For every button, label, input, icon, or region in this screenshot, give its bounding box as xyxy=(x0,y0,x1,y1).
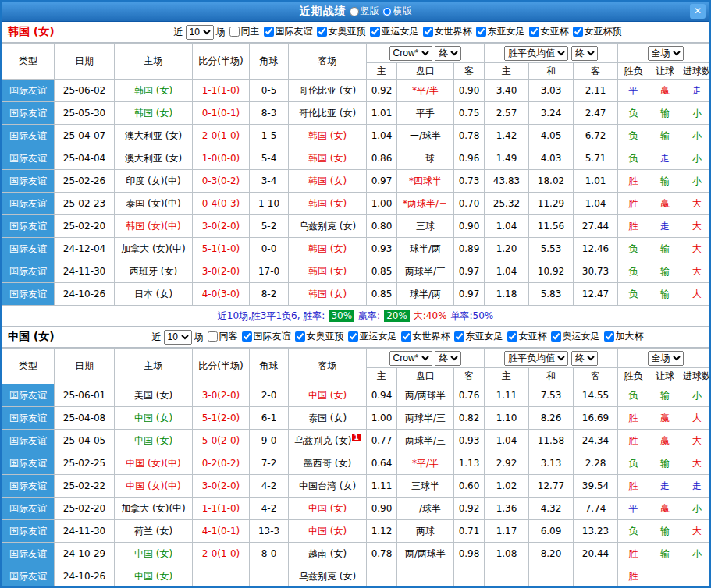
section-korea: 韩国 (女) 近 10 场 同主国际友谊女奥亚预亚运女足女世界杯东亚女足女亚杯女… xyxy=(2,22,709,327)
checkbox-input[interactable] xyxy=(242,331,252,342)
avg-home-odds-cell: 43.83 xyxy=(485,170,529,193)
avg-home-odds-cell: 1.20 xyxy=(485,238,529,260)
filter-checkbox[interactable]: 亚运女足 xyxy=(370,25,419,38)
odds-final-select[interactable]: 终 xyxy=(435,46,461,61)
home-team-cell: 韩国 (女)(中) xyxy=(115,215,193,238)
checkbox-input[interactable] xyxy=(264,27,274,37)
filter-checkbox[interactable]: 女亚杯预 xyxy=(573,25,622,38)
bookmaker-select[interactable]: Crow* xyxy=(389,351,432,366)
checkbox-input[interactable] xyxy=(348,331,358,342)
goals-result-cell: 小 xyxy=(681,125,711,147)
checkbox-label: 女亚杯 xyxy=(541,25,569,38)
odds-final-select[interactable]: 终 xyxy=(435,351,461,366)
checkbox-input[interactable] xyxy=(317,27,327,37)
score-cell: 5-1(2-0) xyxy=(193,407,250,430)
matches-label: 场 xyxy=(194,331,204,344)
col-corner: 角球 xyxy=(250,44,289,80)
scope-select[interactable]: 全场 xyxy=(648,351,684,366)
col-goals: 进球数 xyxy=(681,63,711,80)
checkbox-input[interactable] xyxy=(401,331,411,342)
home-team-cell: 荷兰 (女) xyxy=(115,520,193,543)
filter-checkbox[interactable]: 同主 xyxy=(229,25,260,38)
checkbox-input[interactable] xyxy=(507,331,517,342)
handicap-cell: 一/球半 xyxy=(397,498,454,520)
home-team-cell: 澳大利亚 (女) xyxy=(115,147,193,170)
avg-away-odds-cell: 39.54 xyxy=(574,475,618,498)
avg-away-odds-cell: 14.55 xyxy=(574,384,618,407)
goals-result-cell xyxy=(681,565,711,588)
filter-checkbox[interactable]: 加大杯 xyxy=(604,330,644,343)
avg-away-odds-cell: 2.28 xyxy=(574,452,618,475)
recent-count-select[interactable]: 10 xyxy=(164,330,192,345)
home-odds-cell xyxy=(367,565,397,588)
avg-away-odds-cell: 5.71 xyxy=(574,147,618,170)
filter-checkbox[interactable]: 亚运女足 xyxy=(348,330,397,343)
bookmaker-select[interactable]: Crow* xyxy=(389,46,432,61)
avg-draw-odds-cell: 8.20 xyxy=(529,543,574,565)
avg-select[interactable]: 胜平负均值 xyxy=(504,46,568,61)
filter-checkbox[interactable]: 女奥亚预 xyxy=(317,25,366,38)
layout-vertical-radio[interactable] xyxy=(350,7,359,16)
home-odds-cell: 0.80 xyxy=(367,215,397,238)
date-cell: 24-10-26 xyxy=(55,565,115,588)
goals-result-cell: 大 xyxy=(681,238,711,260)
goals-result-cell: 小 xyxy=(681,498,711,520)
close-button[interactable]: ✕ xyxy=(690,4,706,19)
score-cell xyxy=(193,565,250,588)
checkbox-input[interactable] xyxy=(604,331,614,342)
checkbox-input[interactable] xyxy=(529,27,539,37)
away-team-cell: 中国 (女) xyxy=(289,520,367,543)
checkbox-input[interactable] xyxy=(454,331,464,342)
filter-checkbox[interactable]: 东亚女足 xyxy=(476,25,525,38)
avg-final-select[interactable]: 终 xyxy=(571,46,598,61)
layout-horizontal-option[interactable]: 横版 xyxy=(382,5,412,18)
filter-checkbox[interactable]: 女奥亚预 xyxy=(295,330,344,343)
avg-select[interactable]: 胜平负均值 xyxy=(504,351,568,366)
checkbox-input[interactable] xyxy=(208,331,218,342)
filter-checkbox[interactable]: 女世界杯 xyxy=(401,330,450,343)
score-cell: 3-0(2-0) xyxy=(193,260,250,283)
checkbox-input[interactable] xyxy=(476,27,486,37)
score-cell: 2-0(1-0) xyxy=(193,125,250,147)
filter-checkbox[interactable]: 国际友谊 xyxy=(242,330,291,343)
filter-checkbox[interactable]: 东亚女足 xyxy=(454,330,503,343)
recent-count-select[interactable]: 10 xyxy=(186,25,214,40)
result-cell: 胜 xyxy=(618,170,649,193)
filter-controls: 近 10 场 同主国际友谊女奥亚预亚运女足女世界杯东亚女足女亚杯女亚杯预 xyxy=(86,25,709,40)
scope-select[interactable]: 全场 xyxy=(648,46,684,61)
checkbox-input[interactable] xyxy=(370,27,380,37)
handicap-cell: *四球半 xyxy=(397,170,454,193)
league-cell: 国际友谊 xyxy=(2,452,55,475)
titlebar: 近期战绩 竖版 横版 ✕ xyxy=(2,2,709,22)
checkbox-input[interactable] xyxy=(229,27,240,37)
match-row: 国际友谊25-02-26印度 (女)(中)0-3(0-2)3-4韩国 (女)0.… xyxy=(2,170,711,193)
league-cell: 国际友谊 xyxy=(2,238,55,260)
avg-final-select[interactable]: 终 xyxy=(571,351,598,366)
match-row: 国际友谊25-02-20韩国 (女)(中)3-0(2-0)5-2乌兹别克 (女)… xyxy=(2,215,711,238)
filter-checkbox[interactable]: 奥运女足 xyxy=(551,330,600,343)
match-row: 国际友谊25-04-08中国 (女)5-1(2-0)6-1泰国 (女)1.00两… xyxy=(2,407,711,430)
date-cell: 25-02-20 xyxy=(55,215,115,238)
filter-checkbox[interactable]: 女亚杯 xyxy=(529,25,569,38)
checkbox-input[interactable] xyxy=(551,331,561,342)
checkbox-input[interactable] xyxy=(295,331,305,342)
filter-checkbox[interactable]: 女亚杯 xyxy=(507,330,547,343)
goals-result-cell: 大 xyxy=(681,215,711,238)
avg-home-odds-cell: 1.04 xyxy=(485,430,529,452)
result-cell: 胜 xyxy=(618,407,649,430)
checkbox-input[interactable] xyxy=(423,27,433,37)
layout-vertical-option[interactable]: 竖版 xyxy=(350,5,379,18)
filter-checkbox[interactable]: 女世界杯 xyxy=(423,25,472,38)
checkbox-input[interactable] xyxy=(573,27,583,37)
handicap-cell: 平手 xyxy=(397,102,454,125)
avg-draw-odds-cell: 5.53 xyxy=(529,238,574,260)
away-odds-cell: 0.89 xyxy=(454,238,485,260)
filter-checkbox[interactable]: 国际友谊 xyxy=(264,25,313,38)
away-team-cell: 乌兹别克 (女)1 xyxy=(289,430,367,452)
corner-cell xyxy=(250,565,289,588)
layout-horizontal-radio[interactable] xyxy=(382,7,392,16)
filter-checkbox[interactable]: 同客 xyxy=(208,330,238,343)
away-team-cell: 乌兹别克 (女) xyxy=(289,565,367,588)
league-cell: 国际友谊 xyxy=(2,260,55,283)
home-odds-cell: 1.00 xyxy=(367,407,397,430)
